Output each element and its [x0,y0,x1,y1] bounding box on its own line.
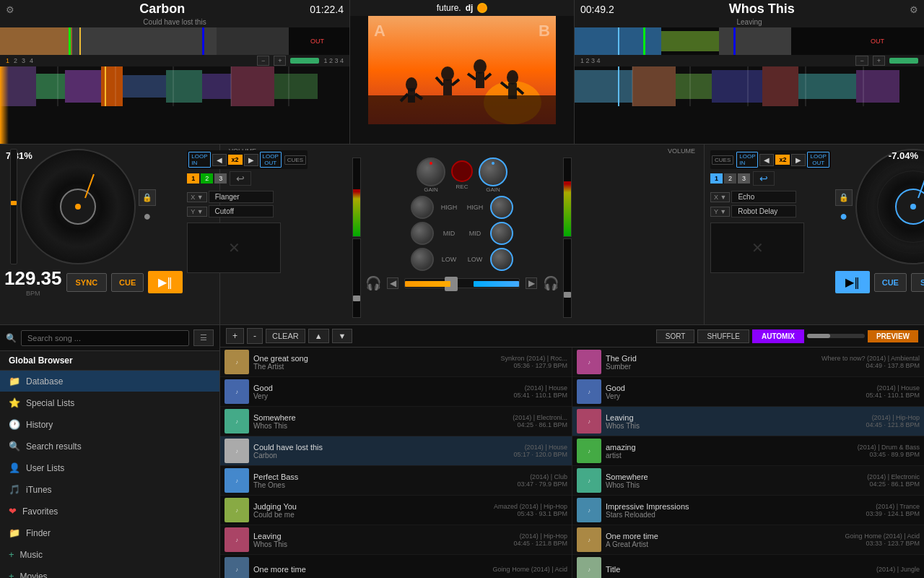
track-item[interactable]: ♪ Somewhere Whos This (2014) | Electroni… [220,407,572,436]
deck-right-cue2[interactable]: 2 [724,173,736,184]
track-item[interactable]: ♪ Judging You Could be me Amazed (2014) … [220,496,572,525]
mixer-gain-left-knob[interactable] [417,158,445,186]
crossfader-next-btn[interactable]: ▶ [526,277,537,289]
sidebar-item-favorites[interactable]: ❤ Favorites [0,501,219,522]
deck-right-sync-btn[interactable]: SYNC [911,273,924,292]
deck-left-loop-prev-btn[interactable]: ◀ [212,154,227,166]
mixer-eq-high-left[interactable] [411,196,434,219]
crossfader[interactable] [404,278,520,288]
mixer-eq-low-right[interactable] [490,248,513,271]
search-list-btn[interactable]: ☰ [193,329,214,346]
mixer-eq-high-right[interactable] [490,196,513,219]
toolbar-add-btn[interactable]: + [226,328,244,344]
toolbar-up-btn[interactable]: ▲ [308,329,329,343]
deck-left-x2-btn[interactable]: x2 [228,155,243,165]
sidebar-items: 📁 Database ⭐ Special Lists 🕐 History 🔍 S… [0,371,219,578]
deck-left-cue-btn[interactable]: CUE [111,273,144,292]
svg-rect-54 [856,70,899,103]
deck-right-gear-icon[interactable]: ⚙ [910,4,918,15]
mixer-right-vol-fader[interactable] [563,238,572,318]
toolbar-sort-btn[interactable]: SORT [656,329,695,343]
sidebar-item-music[interactable]: + Music [0,544,219,566]
deck-left-fx-x-btn[interactable]: X ▼ [187,192,206,202]
deck-left-minus-btn[interactable]: − [257,56,269,66]
svg-rect-12 [166,70,202,103]
track-item[interactable]: ♪ One more time Going Home (2014) | Acid [220,555,572,578]
track-meta: (2014) | Electronic 04:25 · 86.1 BPM [867,473,920,488]
sidebar-item-special-lists[interactable]: ⭐ Special Lists [0,392,219,414]
deck-left-turntable[interactable] [20,149,136,264]
deck-right-loop-next-btn[interactable]: ▶ [791,154,806,166]
sidebar-item-itunes[interactable]: 🎵 iTunes [0,479,219,501]
mixer-eq-mid-left[interactable] [411,222,434,245]
deck-right-fx2[interactable]: Robot Delay [731,205,796,217]
deck-left-sync-btn[interactable]: SYNC [66,273,108,292]
mixer-left-vol-fader[interactable] [352,238,361,318]
svg-rect-24 [368,95,556,124]
mixer-mid-label-r: MID [464,230,486,237]
deck-left-cue3[interactable]: 3 [214,173,227,184]
deck-left-gear-icon[interactable]: ⚙ [6,4,14,15]
track-item[interactable]: ♪ Good Very (2014) | House 05:41 · 110.1… [220,377,572,407]
svg-rect-44 [618,27,619,55]
deck-right-minus-btn[interactable]: − [855,56,868,66]
track-thumb: ♪ [225,468,249,493]
toolbar-down-btn[interactable]: ▼ [332,329,353,343]
sidebar-item-movies[interactable]: + Movies [0,566,219,578]
toolbar-clear-btn[interactable]: CLEAR [266,329,305,343]
toolbar-shuffle-btn[interactable]: SHUFFLE [697,329,749,343]
deck-right-cue3[interactable]: 3 [738,173,750,184]
headphone-left-icon[interactable]: 🎧 [365,275,381,291]
track-item[interactable]: ♪ amazing artist (2014) | Drum & Bass 03… [572,436,924,466]
headphone-right-icon[interactable]: 🎧 [543,275,559,291]
track-item[interactable]: ♪ Leaving Whos This (2014) | Hip-Hop 04:… [220,525,572,555]
deck-left-loop-next-btn[interactable]: ▶ [244,154,258,166]
sidebar-item-finder[interactable]: 📁 Finder [0,522,219,544]
deck-right-loop-prev-btn[interactable]: ◀ [759,154,774,166]
toolbar-remove-btn[interactable]: - [247,328,263,344]
track-item[interactable]: ♪ Somewhere Whos This (2014) | Electroni… [572,466,924,496]
deck-left-play-btn[interactable]: ▶‖ [148,271,183,293]
track-item[interactable]: ♪ The Grid Sumber Where to now? (2014) |… [572,348,924,377]
deck-left-fx2[interactable]: Cutoff [209,205,274,217]
deck-right-play-btn[interactable]: ▶‖ [835,271,870,293]
deck-right-plus-btn[interactable]: + [873,56,885,66]
toolbar-automix-btn[interactable]: AUTOMIX [752,329,804,343]
track-thumb: ♪ [577,379,601,404]
mixer-eq-mid-right[interactable] [490,222,513,245]
sidebar-item-history[interactable]: 🕐 History [0,414,219,436]
mixer-rec-btn[interactable] [451,160,473,182]
sidebar-item-search-results[interactable]: 🔍 Search results [0,436,219,457]
deck-left-fx-y-btn[interactable]: Y ▼ [187,207,206,217]
deck-left-cue2[interactable]: 2 [201,173,213,184]
deck-left-fx1[interactable]: Flanger [209,191,274,203]
deck-right-fx-y-btn[interactable]: Y ▼ [710,207,730,217]
deck-left-cue1[interactable]: 1 [187,173,199,184]
deck-left-plus-btn[interactable]: + [274,56,286,66]
deck-right-cue1[interactable]: 1 [710,173,723,184]
track-item[interactable]: ♪ Good Very (2014) | House 05:41 · 110.1… [572,377,924,407]
deck-right-lock-icon[interactable]: 🔒 [835,189,853,206]
toolbar-preview-btn[interactable]: PREVIEW [868,330,918,342]
track-item[interactable]: ♪ One more time A Great Artist Going Hom… [572,525,924,555]
deck-right-fx-x-btn[interactable]: X ▼ [710,192,730,202]
deck-right-turntable[interactable] [855,149,924,264]
track-item[interactable]: ♪ Could have lost this Carbon (2014) | H… [220,436,572,466]
deck-left-pitch-slider[interactable] [10,149,17,264]
track-item[interactable]: ♪ Leaving Whos This (2014) | Hip-Hop 04:… [572,407,924,436]
mixer-eq-low-left[interactable] [411,248,434,271]
track-item[interactable]: ♪ Perfect Bass The Ones (2014) | Club 03… [220,466,572,496]
track-item[interactable]: ♪ Impressive Impressions Stars Reloaded … [572,496,924,525]
search-input[interactable] [21,330,189,346]
crossfader-prev-btn[interactable]: ◀ [387,277,398,289]
deck-left-lock-icon[interactable]: 🔒 [139,189,156,206]
sidebar-item-database[interactable]: 📁 Database [0,371,219,392]
deck-right-pitch-mini [889,58,918,64]
deck-right-x2-btn[interactable]: x2 [775,155,790,165]
deck-right-cue-btn[interactable]: CUE [874,273,907,292]
mixer-gain-right-knob[interactable] [479,158,507,186]
deck-right-fx1[interactable]: Echo [731,191,796,203]
track-item[interactable]: ♪ One great song The Artist Synkron (201… [220,348,572,377]
track-item[interactable]: ♪ Title (2014) | Jungle [572,555,924,578]
sidebar-item-user-lists[interactable]: 👤 User Lists [0,457,219,479]
